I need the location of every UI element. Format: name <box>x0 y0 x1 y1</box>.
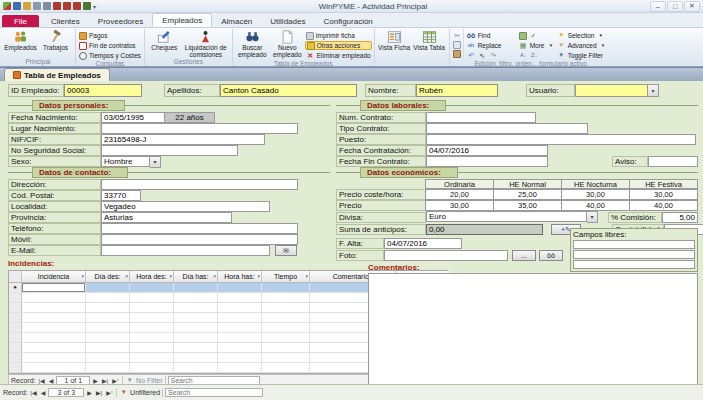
main-search-input[interactable] <box>165 388 263 397</box>
first-record-button[interactable]: |◀ <box>30 389 38 396</box>
fecha-fin-contrato-field[interactable] <box>426 156 548 167</box>
advanced-button[interactable]: ▼Advanced▾ <box>556 41 610 50</box>
fecha-contratacion-field[interactable] <box>426 145 548 156</box>
redo-icon[interactable]: ↷ <box>489 51 498 60</box>
tab-clientes[interactable]: Clientes <box>42 15 89 27</box>
f-alta-field[interactable] <box>384 238 462 249</box>
incidencia-cell[interactable] <box>218 343 262 353</box>
new-record-button[interactable]: ▶* <box>111 377 120 384</box>
aviso-field[interactable] <box>648 156 698 167</box>
record-selector-cell[interactable] <box>9 333 22 343</box>
col-hora-hasta[interactable]: Hora has:▾ <box>218 271 262 283</box>
filter-state[interactable]: No Filter <box>136 377 162 384</box>
fact-ordinaria-field[interactable]: 30,00 <box>425 200 494 211</box>
report-icon-1[interactable] <box>53 2 61 10</box>
incidencia-cell[interactable] <box>218 313 262 323</box>
incidencia-cell[interactable] <box>174 323 218 333</box>
incidencia-cell[interactable] <box>262 313 310 323</box>
record-selector-cell[interactable] <box>9 323 22 333</box>
incidencia-cell[interactable] <box>174 363 218 373</box>
record-selector-cell[interactable] <box>9 303 22 313</box>
incidencia-cell[interactable] <box>218 323 262 333</box>
incidencia-cell[interactable] <box>86 343 130 353</box>
last-record-button[interactable]: ▶| <box>101 377 109 384</box>
coste-ordinaria-field[interactable]: 20,00 <box>425 189 494 200</box>
last-record-button[interactable]: ▶| <box>95 389 103 396</box>
incidencia-cell[interactable] <box>130 303 174 313</box>
incidencia-cell[interactable] <box>22 363 86 373</box>
incidencia-cell[interactable] <box>22 353 86 363</box>
cut-icon[interactable]: ✂ <box>453 31 462 40</box>
incidencia-cell[interactable] <box>174 353 218 363</box>
comentarios-field[interactable] <box>368 273 698 385</box>
divisa-dropdown[interactable]: Euro▾ <box>426 211 598 223</box>
incidencia-cell[interactable] <box>22 293 86 303</box>
incidencia-cell[interactable] <box>130 283 174 293</box>
fact-he-nocturna-field[interactable]: 40,00 <box>561 200 630 211</box>
comision-field[interactable] <box>662 212 698 223</box>
design-icon[interactable] <box>33 2 41 10</box>
incidencia-cell[interactable] <box>262 333 310 343</box>
incidencia-cell[interactable] <box>22 313 86 323</box>
incidencia-cell[interactable] <box>262 283 310 293</box>
incidencia-cell[interactable] <box>86 333 130 343</box>
incidencia-cell[interactable] <box>174 293 218 303</box>
tiempos-y-costes-button[interactable]: Tiempos y Costes <box>78 51 142 60</box>
puesto-field[interactable] <box>426 134 696 145</box>
col-dia-hasta[interactable]: Día has:▾ <box>174 271 218 283</box>
previous-record-button[interactable]: ◀ <box>40 389 47 396</box>
foto-view-button[interactable]: ôô <box>539 250 563 261</box>
movil-field[interactable] <box>101 234 298 245</box>
toggle-filter-button[interactable]: ▼Toggle Filter <box>556 51 610 60</box>
tab-configuracion[interactable]: Configuración <box>314 15 381 27</box>
datasheet-icon[interactable] <box>43 2 51 10</box>
incidencia-cell[interactable] <box>218 293 262 303</box>
nss-field[interactable] <box>101 145 238 156</box>
sexo-dropdown[interactable]: Hombre▾ <box>101 156 161 168</box>
incidencia-cell[interactable] <box>174 303 218 313</box>
record-position[interactable]: 3 of 3 <box>48 388 84 397</box>
incidencia-cell[interactable] <box>130 313 174 323</box>
coste-he-nocturna-field[interactable]: 30,00 <box>561 189 630 200</box>
sort-arrow-icon[interactable]: ▾ <box>257 271 260 282</box>
incidencia-cell[interactable] <box>174 333 218 343</box>
coste-he-festiva-field[interactable]: 30,00 <box>629 189 698 200</box>
sort-descending-icon[interactable]: Z↓ <box>530 51 539 60</box>
sexo-dropdown-arrow[interactable]: ▾ <box>150 156 161 168</box>
tipo-contrato-field[interactable] <box>426 123 588 134</box>
find-button[interactable]: ôôFind <box>466 31 518 40</box>
usuario-dropdown[interactable]: ▾ <box>575 84 659 97</box>
sort-arrow-icon[interactable]: ▾ <box>125 271 128 282</box>
liquidacion-comisiones-button[interactable]: Liquidación de comisiones <box>182 29 230 58</box>
minimize-button[interactable]: – <box>650 1 666 12</box>
incidencia-cell[interactable] <box>218 363 262 373</box>
spreadsheet-icon[interactable] <box>519 32 527 40</box>
incidencia-cell[interactable] <box>130 323 174 333</box>
incidencia-cell[interactable] <box>174 343 218 353</box>
imprimir-ficha-button[interactable]: Imprimir ficha <box>305 31 372 40</box>
sort-arrow-icon[interactable]: ▾ <box>169 271 172 282</box>
replace-button[interactable]: abReplace <box>466 41 518 50</box>
nuevo-empleado-button[interactable]: Nuevo empleado <box>270 29 305 58</box>
incidencia-cell[interactable] <box>218 283 262 293</box>
incidencia-cell[interactable] <box>130 333 174 343</box>
col-incidencia[interactable]: Incidencia▾ <box>22 271 86 283</box>
empleados-button[interactable]: Empleados <box>3 29 38 51</box>
tab-empleados[interactable]: Empleados <box>152 13 212 27</box>
col-tiempo[interactable]: Tiempo▾ <box>262 271 310 283</box>
campo-libre-field-1[interactable] <box>573 240 695 249</box>
nif-field[interactable] <box>101 134 265 145</box>
coste-he-normal-field[interactable]: 25,00 <box>493 189 562 200</box>
record-selector-cell[interactable] <box>9 353 22 363</box>
foto-field[interactable] <box>384 250 508 261</box>
campo-libre-field-3[interactable] <box>573 260 695 269</box>
document-tab-tabla-de-empleados[interactable]: Tabla de Empleados <box>4 68 110 81</box>
sort-ascending-icon[interactable]: A↓ <box>519 51 528 60</box>
incidencia-cell[interactable] <box>86 303 130 313</box>
maximize-button[interactable]: □ <box>667 1 683 12</box>
next-record-button[interactable]: ▶ <box>86 389 93 396</box>
fact-he-festiva-field[interactable]: 40,00 <box>629 200 698 211</box>
otras-acciones-button[interactable]: Otras acciones <box>305 41 372 50</box>
email-field[interactable] <box>101 245 270 256</box>
record-selector-cell[interactable] <box>9 313 22 323</box>
